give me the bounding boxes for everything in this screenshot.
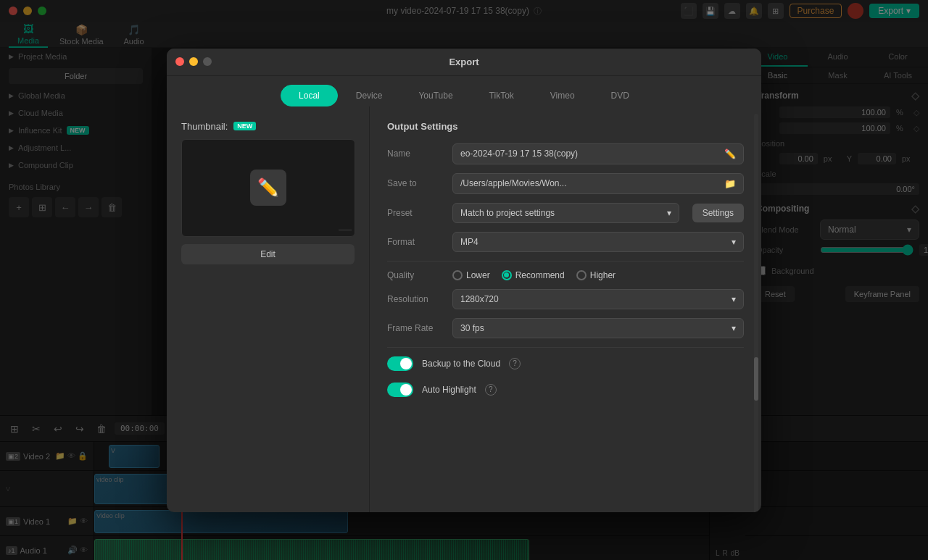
format-value: MP4: [460, 237, 478, 247]
frame-rate-chevron: ▾: [732, 323, 736, 333]
resolution-label: Resolution: [387, 294, 445, 304]
frame-rate-label: Frame Rate: [387, 323, 445, 333]
modal-tab-device[interactable]: Device: [338, 85, 401, 106]
format-label: Format: [387, 237, 445, 247]
edit-thumbnail-button[interactable]: Edit: [181, 244, 355, 264]
quality-recommend-radio[interactable]: [502, 270, 512, 280]
name-field-row: Name eo-2024-07-19 17 15 38(copy) ✏️: [387, 143, 744, 164]
modal-tab-dvd[interactable]: DVD: [593, 85, 647, 106]
save-to-field-row: Save to /Users/apple/Movies/Won... 📁: [387, 173, 744, 194]
settings-button[interactable]: Settings: [692, 204, 744, 222]
name-value: eo-2024-07-19 17 15 38(copy): [460, 149, 724, 159]
modal-tl-red[interactable]: [175, 57, 184, 66]
quality-higher-label: Higher: [590, 270, 616, 280]
quality-recommend-dot: [504, 272, 509, 277]
settings-divider-2: [387, 347, 744, 348]
modal-scrollbar-track[interactable]: [754, 114, 758, 512]
frame-rate-dropdown[interactable]: 30 fps ▾: [452, 318, 744, 338]
thumbnail-new-badge: NEW: [233, 122, 256, 130]
quality-options: Lower Recommend Higher: [452, 270, 616, 280]
modal-left: Thumbnail: NEW ✏️ —— Edit: [167, 106, 370, 512]
modal-tab-tiktok[interactable]: TikTok: [471, 85, 532, 106]
format-dropdown[interactable]: MP4 ▾: [452, 232, 744, 252]
modal-title: Export: [449, 57, 478, 67]
modal-tab-local[interactable]: Local: [281, 85, 338, 106]
auto-highlight-toggle-row: Auto Highlight ?: [387, 383, 744, 397]
output-settings-title: Output Settings: [387, 121, 744, 132]
folder-browse-icon[interactable]: 📁: [724, 178, 736, 189]
thumbnail-label-row: Thumbnail: NEW: [181, 121, 355, 132]
thumbnail-text: Thumbnail:: [181, 121, 228, 132]
quality-higher[interactable]: Higher: [576, 270, 616, 280]
ai-edit-icon[interactable]: ✏️: [724, 149, 736, 159]
auto-highlight-label: Auto Highlight: [422, 385, 476, 395]
preset-label: Preset: [387, 208, 445, 218]
modal-tabs: Local Device YouTube TikTok Vimeo DVD: [167, 76, 761, 106]
quality-lower[interactable]: Lower: [452, 270, 490, 280]
save-to-input[interactable]: /Users/apple/Movies/Won... 📁: [452, 173, 744, 194]
quality-recommend-label: Recommend: [515, 270, 565, 280]
modal-scrollbar-thumb[interactable]: [754, 357, 758, 401]
modal-tab-youtube[interactable]: YouTube: [400, 85, 471, 106]
resolution-dropdown[interactable]: 1280x720 ▾: [452, 289, 744, 309]
save-to-value: /Users/apple/Movies/Won...: [460, 178, 724, 188]
save-to-label: Save to: [387, 178, 445, 188]
modal-titlebar: Export: [167, 49, 761, 76]
modal-traffic-lights: [175, 57, 212, 66]
quality-label: Quality: [387, 270, 445, 280]
modal-tl-yellow[interactable]: [189, 57, 198, 66]
thumbnail-pencil-icon: ✏️: [250, 170, 286, 206]
quality-lower-label: Lower: [466, 270, 490, 280]
preset-field-row: Preset Match to project settings ▾ Setti…: [387, 203, 744, 223]
resolution-field-row: Resolution 1280x720 ▾: [387, 289, 744, 309]
quality-field-row: Quality Lower Recommend: [387, 270, 744, 280]
resolution-chevron: ▾: [732, 294, 736, 304]
preset-dropdown[interactable]: Match to project settings ▾: [452, 203, 679, 223]
modal-tab-vimeo[interactable]: Vimeo: [532, 85, 593, 106]
settings-divider-1: [387, 261, 744, 262]
name-input[interactable]: eo-2024-07-19 17 15 38(copy) ✏️: [452, 143, 744, 164]
backup-toggle-knob: [400, 358, 412, 369]
quality-recommend[interactable]: Recommend: [502, 270, 565, 280]
modal-right: Output Settings Name eo-2024-07-19 17 15…: [370, 106, 761, 512]
quality-higher-radio[interactable]: [576, 270, 587, 280]
modal-tl-gray: [203, 57, 212, 66]
name-label: Name: [387, 149, 445, 159]
format-field-row: Format MP4 ▾: [387, 232, 744, 252]
modal-body: Thumbnail: NEW ✏️ —— Edit Output Setting…: [167, 106, 761, 512]
auto-highlight-help-icon[interactable]: ?: [485, 384, 497, 396]
thumbnail-sub: ——: [339, 226, 352, 233]
frame-rate-value: 30 fps: [460, 323, 484, 333]
resolution-value: 1280x720: [460, 294, 499, 304]
thumbnail-preview: ✏️ ——: [181, 139, 355, 237]
auto-highlight-toggle-knob: [400, 384, 412, 396]
export-modal: Export Local Device YouTube TikTok Vimeo…: [167, 49, 761, 512]
preset-chevron: ▾: [667, 208, 671, 218]
auto-highlight-toggle[interactable]: [387, 383, 413, 397]
format-chevron: ▾: [732, 237, 736, 247]
frame-rate-field-row: Frame Rate 30 fps ▾: [387, 318, 744, 338]
backup-toggle-row: Backup to the Cloud ?: [387, 356, 744, 371]
preset-value: Match to project settings: [460, 208, 555, 218]
backup-help-icon[interactable]: ?: [509, 358, 521, 369]
backup-label: Backup to the Cloud: [422, 359, 500, 369]
quality-lower-radio[interactable]: [452, 270, 463, 280]
modal-overlay: Export Local Device YouTube TikTok Vimeo…: [0, 0, 928, 560]
backup-toggle[interactable]: [387, 356, 413, 371]
